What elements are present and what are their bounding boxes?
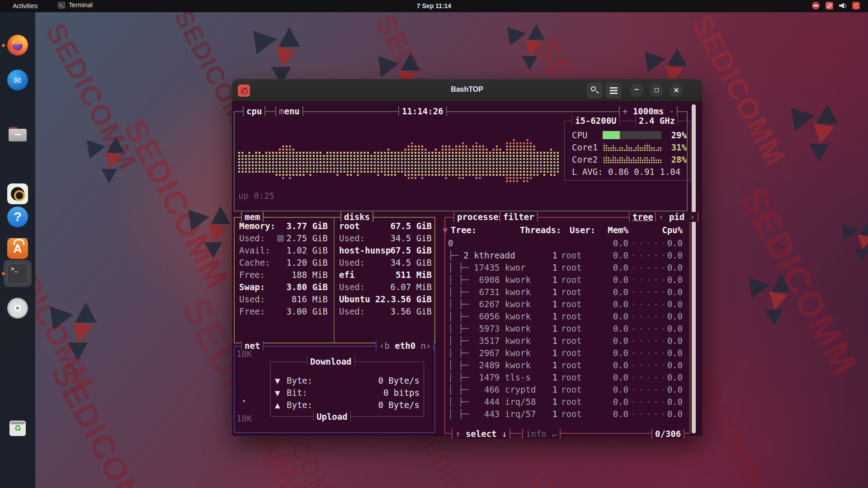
process-header-row: ▼ Tree: Threads: User: Mem% Cpu% bbox=[444, 224, 690, 236]
stat-row: Ubuntu 22.3.56 GiB bbox=[339, 293, 432, 305]
clock-readout: 11:14:26 bbox=[398, 106, 447, 116]
column-tree[interactable]: Tree: bbox=[451, 224, 476, 236]
download-label: Download bbox=[307, 357, 355, 366]
maximize-icon bbox=[655, 88, 659, 92]
terminal-content: cpu menu 11:14:26 + 1000ms - up 0:25 i5-… bbox=[232, 102, 702, 436]
stat-row: Swap:3.80 GiB bbox=[239, 281, 328, 293]
load-average: L AVG: 0.86 0.91 1.04 bbox=[572, 166, 680, 178]
core2-graph bbox=[603, 156, 661, 164]
core2-label: Core2 bbox=[572, 154, 598, 166]
menu-button-terminal[interactable]: menu bbox=[275, 106, 303, 116]
screen-record-icon[interactable] bbox=[826, 2, 833, 9]
column-threads[interactable]: Threads: bbox=[520, 224, 561, 236]
stat-row: Used:2.75 GiB bbox=[239, 232, 328, 244]
cpu-usage-graph bbox=[237, 129, 561, 192]
process-row[interactable]: ├─ 2 kthreadd1root0.0·····0.0 bbox=[444, 249, 690, 262]
trash-icon[interactable]: ♻ bbox=[7, 417, 28, 438]
sort-column-switcher[interactable]: ‹ pid › bbox=[655, 212, 698, 222]
cdrom-icon[interactable] bbox=[7, 298, 28, 319]
column-user[interactable]: User: bbox=[570, 224, 595, 236]
system-tray[interactable] bbox=[812, 2, 860, 9]
terminal-icon[interactable]: >_ bbox=[7, 263, 28, 284]
stat-row: root67.5 GiB bbox=[339, 220, 432, 232]
watermark-triangles bbox=[188, 206, 237, 259]
core2-percent: 28% bbox=[665, 154, 687, 166]
column-cpu[interactable]: Cpu% bbox=[661, 224, 683, 236]
process-row[interactable]: │ ├─ 444 irq/581root0.0·····0.0 bbox=[444, 396, 690, 408]
stat-row: Memory:3.77 GiB bbox=[239, 220, 328, 232]
cpu-box-label: cpu bbox=[243, 106, 265, 116]
watermark-text: SEDICOMM bbox=[117, 113, 237, 295]
cpu-percent: 29% bbox=[665, 129, 687, 141]
stat-row: Used:34.5 GiB bbox=[339, 232, 432, 244]
process-row[interactable]: │ ├─ 2489 kwork1root0.0·····0.0 bbox=[444, 359, 690, 371]
stat-row: host-hunsp67.5 GiB bbox=[339, 244, 432, 257]
process-row[interactable]: │ ├─ 6267 kwork1root0.0·····0.0 bbox=[444, 298, 690, 310]
net-rate-row: ▼ Byte:0 Byte/s bbox=[275, 375, 420, 387]
power-icon[interactable] bbox=[852, 2, 860, 9]
dock-separator bbox=[6, 238, 29, 239]
info-control[interactable]: info ↵ bbox=[522, 429, 561, 439]
process-row[interactable]: │ ├─ 6056 kwork1root0.0·····0.0 bbox=[444, 310, 690, 323]
close-button[interactable]: ✕ bbox=[670, 84, 683, 97]
process-row[interactable]: │ ├─ 6731 kwork1root0.0·····0.0 bbox=[444, 286, 690, 298]
process-row[interactable]: │ ├─ 6908 kwork1root0.0·····0.0 bbox=[444, 274, 690, 286]
net-graph-dot bbox=[243, 400, 245, 402]
stat-row: Used:3.56 GiB bbox=[339, 305, 432, 318]
firefox-icon[interactable] bbox=[7, 35, 28, 56]
process-row[interactable]: │ ├─ 17435 kwor1root0.0·····0.0 bbox=[444, 262, 690, 274]
watermark-triangles bbox=[842, 221, 868, 263]
core1-label: Core1 bbox=[572, 141, 598, 154]
core1-graph bbox=[603, 144, 661, 151]
stat-row: Used:816 MiB bbox=[239, 293, 328, 305]
stat-row: Cache:1.20 GiB bbox=[239, 257, 328, 269]
watermark-triangles bbox=[253, 27, 307, 86]
stat-row: efi511 MiB bbox=[339, 269, 432, 281]
select-control[interactable]: ↑ select ↓ bbox=[452, 429, 510, 439]
net-interface-switcher[interactable]: ‹b eth0 n› bbox=[376, 341, 434, 351]
stat-row: Used:6.07 MiB bbox=[339, 281, 432, 293]
watermark-triangles bbox=[50, 303, 104, 361]
ubuntu-software-icon[interactable]: A bbox=[7, 238, 28, 259]
do-not-disturb-icon[interactable] bbox=[812, 2, 820, 9]
filter-button-terminal[interactable]: filter bbox=[500, 212, 538, 222]
process-row[interactable]: │ ├─ 1479 tls-s1root0.0·····0.0 bbox=[444, 371, 690, 384]
column-mem[interactable]: Mem% bbox=[607, 224, 628, 236]
process-row[interactable]: │ ├─ 443 irq/571root0.0·····0.0 bbox=[444, 408, 690, 420]
volume-icon[interactable] bbox=[839, 3, 846, 9]
menu-button[interactable] bbox=[606, 83, 622, 99]
process-count: 0/306 bbox=[651, 429, 684, 439]
minimize-button[interactable]: − bbox=[630, 84, 643, 97]
terminal-scrollbar[interactable] bbox=[692, 104, 696, 433]
watermark-triangles bbox=[791, 104, 845, 163]
used-meter-block bbox=[277, 235, 284, 242]
clock[interactable]: 7 Sep 11:14 bbox=[0, 2, 868, 9]
tree-collapse-icon[interactable]: ▼ bbox=[443, 224, 448, 236]
hamburger-icon bbox=[610, 87, 618, 89]
dock: ✉ A ? >_ ♻ bbox=[0, 12, 35, 488]
cpu-freq-label: 2.4 GHz bbox=[636, 116, 678, 126]
watermark-triangles bbox=[87, 137, 130, 184]
process-row[interactable]: │ ├─ 5973 kwork1root0.0·····0.0 bbox=[444, 323, 690, 335]
mem-box-label: mem bbox=[241, 212, 264, 222]
tree-toggle[interactable]: tree bbox=[629, 212, 657, 222]
rhythmbox-icon[interactable] bbox=[7, 183, 28, 204]
net-rate-row: ▲ Byte:0 Byte/s bbox=[275, 399, 420, 411]
mem-disks-divider bbox=[334, 217, 335, 343]
interval-control[interactable]: + 1000ms - bbox=[619, 106, 678, 116]
process-row[interactable]: │ ├─ 466 cryptd1root0.0·····0.0 bbox=[444, 384, 690, 396]
files-icon[interactable] bbox=[7, 124, 28, 145]
maximize-button[interactable] bbox=[650, 84, 663, 97]
process-row[interactable]: 00.0·····0.0 bbox=[444, 237, 690, 249]
help-icon[interactable]: ? bbox=[7, 206, 28, 227]
net-scale-bottom: 10K bbox=[236, 413, 252, 425]
window-titlebar[interactable]: BashTOP − ✕ bbox=[232, 79, 702, 102]
search-button[interactable] bbox=[587, 83, 603, 99]
watermark-triangles bbox=[507, 24, 551, 71]
net-box-label: net bbox=[241, 341, 264, 351]
stat-row: Free:188 MiB bbox=[239, 269, 328, 281]
process-row[interactable]: │ ├─ 2967 kwork1root0.0·····0.0 bbox=[444, 347, 690, 359]
top-panel: Activities >_ Terminal 7 Sep 11:14 bbox=[0, 0, 868, 12]
process-row[interactable]: │ ├─ 3517 kwork1root0.0·····0.0 bbox=[444, 335, 690, 347]
thunderbird-icon[interactable]: ✉ bbox=[7, 70, 28, 90]
